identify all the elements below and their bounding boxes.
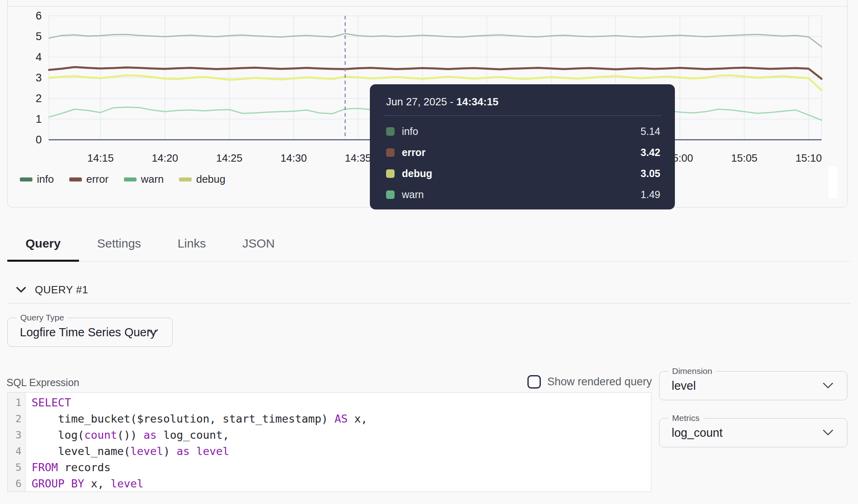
code-line: SELECT xyxy=(32,395,367,411)
chevron-down-icon xyxy=(823,429,833,436)
show-rendered-query-checkbox[interactable] xyxy=(527,375,541,389)
sql-code-lines: SELECT time_bucket($resolution, start_ti… xyxy=(26,393,367,491)
sql-code-editor[interactable]: 123456 SELECT time_bucket($resolution, s… xyxy=(7,392,651,492)
code-line: FROM records xyxy=(32,459,367,476)
svg-text:14:20: 14:20 xyxy=(152,152,178,164)
tooltip-series-label: warn xyxy=(402,189,424,201)
query-section-title: QUERY #1 xyxy=(35,284,88,296)
chevron-down-icon xyxy=(16,287,26,293)
series-swatch-icon xyxy=(386,127,395,136)
tooltip-series-value: 3.05 xyxy=(640,168,660,179)
chevron-down-icon xyxy=(148,329,158,335)
tooltip-series-label: info xyxy=(402,126,418,137)
tooltip-date: Jun 27, 2025 - xyxy=(386,96,456,108)
chart-tooltip: Jun 27, 2025 - 14:34:15 info5.14error3.4… xyxy=(370,84,675,209)
line-number: 3 xyxy=(8,427,25,443)
legend-swatch-icon xyxy=(124,177,137,182)
svg-text:14:30: 14:30 xyxy=(280,152,307,164)
tooltip-rows: info5.14error3.42debug3.05warn1.49 xyxy=(384,121,661,205)
code-line: GROUP BY x, level xyxy=(32,476,367,492)
tooltip-row-warn: warn1.49 xyxy=(384,184,661,205)
query-type-label: Query Type xyxy=(17,313,68,322)
svg-text:14:35: 14:35 xyxy=(345,152,371,164)
line-number: 6 xyxy=(8,476,25,492)
sql-expression-label: SQL Expression xyxy=(6,377,79,389)
legend-label: warn xyxy=(141,173,164,186)
legend-item-info[interactable]: info xyxy=(20,173,54,186)
tooltip-series-label: debug xyxy=(402,168,432,179)
svg-text:14:15: 14:15 xyxy=(88,152,114,164)
legend-swatch-icon xyxy=(20,177,32,182)
svg-text:2: 2 xyxy=(36,92,42,105)
line-number: 5 xyxy=(8,459,25,476)
show-rendered-query-row: Show rendered query xyxy=(527,375,652,389)
series-swatch-icon xyxy=(386,148,395,157)
dimension-value: level xyxy=(660,379,696,393)
svg-text:15:10: 15:10 xyxy=(796,152,822,164)
tab-settings[interactable]: Settings xyxy=(79,234,159,261)
show-rendered-query-label: Show rendered query xyxy=(547,376,652,388)
sql-gutter: 123456 xyxy=(8,393,26,491)
scrollbar-thumb[interactable] xyxy=(828,167,837,198)
tab-json[interactable]: JSON xyxy=(224,234,293,261)
svg-text:6: 6 xyxy=(36,10,42,22)
tooltip-divider xyxy=(384,115,661,116)
legend-item-warn[interactable]: warn xyxy=(124,173,164,186)
tooltip-series-value: 5.14 xyxy=(640,126,660,137)
legend-label: info xyxy=(37,173,54,186)
legend-item-debug[interactable]: debug xyxy=(179,173,225,186)
section-divider xyxy=(7,303,851,303)
legend-item-error[interactable]: error xyxy=(69,173,109,186)
svg-text:14:25: 14:25 xyxy=(216,152,242,164)
tooltip-row-debug: debug3.05 xyxy=(384,163,661,184)
query-section-toggle[interactable]: QUERY #1 xyxy=(16,284,88,296)
legend-label: error xyxy=(86,173,109,186)
tooltip-row-error: error3.42 xyxy=(384,142,661,163)
svg-text:15:05: 15:05 xyxy=(731,152,758,164)
tab-links[interactable]: Links xyxy=(159,234,224,261)
line-number: 4 xyxy=(8,443,25,459)
tooltip-time: 14:34:15 xyxy=(456,96,498,108)
series-swatch-icon xyxy=(386,190,395,199)
series-swatch-icon xyxy=(386,169,395,178)
tab-query[interactable]: Query xyxy=(7,234,79,261)
dimension-label: Dimension xyxy=(668,366,716,376)
tab-bar: QuerySettingsLinksJSON xyxy=(7,234,851,262)
chart-legend: infoerrorwarndebug xyxy=(20,173,226,186)
svg-text:0: 0 xyxy=(36,134,42,146)
dimension-select[interactable]: Dimension level xyxy=(659,371,847,400)
svg-text:4: 4 xyxy=(36,51,42,63)
metrics-value: log_count xyxy=(660,426,723,440)
svg-text:5: 5 xyxy=(36,30,42,43)
code-line: log(count()) as log_count, xyxy=(32,427,367,443)
legend-label: debug xyxy=(196,173,225,186)
tooltip-timestamp: Jun 27, 2025 - 14:34:15 xyxy=(384,96,661,108)
legend-swatch-icon xyxy=(69,177,82,182)
code-line: level_name(level) as level xyxy=(32,443,367,459)
line-number: 1 xyxy=(8,395,25,411)
tooltip-series-value: 3.42 xyxy=(640,147,660,158)
svg-text:1: 1 xyxy=(36,113,42,125)
metrics-label: Metrics xyxy=(668,413,703,423)
dashboard-page: 14:1514:2014:2514:3014:3514:4014:4514:50… xyxy=(0,0,858,504)
legend-swatch-icon xyxy=(179,177,192,182)
svg-text:3: 3 xyxy=(36,72,42,84)
code-line: time_bucket($resolution, start_timestamp… xyxy=(32,411,367,427)
tooltip-series-label: error xyxy=(402,147,425,158)
line-number: 2 xyxy=(8,411,25,427)
tooltip-series-value: 1.49 xyxy=(640,189,660,201)
chevron-down-icon xyxy=(823,382,833,389)
query-type-select[interactable]: Query Type Logfire Time Series Query xyxy=(7,318,173,347)
query-type-value: Logfire Time Series Query xyxy=(8,326,156,339)
metrics-select[interactable]: Metrics log_count xyxy=(659,418,847,447)
tooltip-row-info: info5.14 xyxy=(384,121,661,142)
